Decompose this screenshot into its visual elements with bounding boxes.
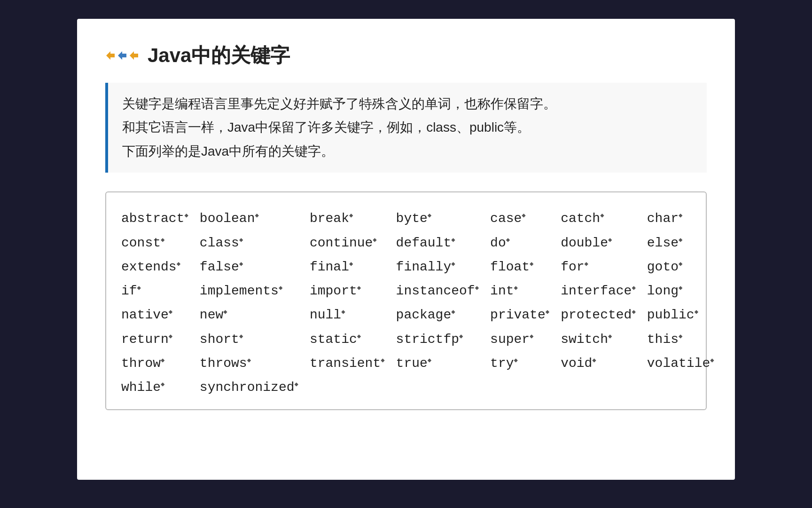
keyword-cell: switch◆ bbox=[555, 327, 641, 351]
keyword-cell bbox=[641, 375, 720, 399]
keyword-dot: ◆ bbox=[679, 212, 682, 219]
keyword-cell: volatile◆ bbox=[641, 351, 720, 375]
keyword-cell: abstract◆ bbox=[116, 206, 194, 230]
keyword-cell: null◆ bbox=[304, 303, 390, 327]
keyword-cell: throws◆ bbox=[194, 351, 304, 375]
keyword-cell: return◆ bbox=[116, 327, 194, 351]
keywords-row: native◆new◆null◆package◆private◆protecte… bbox=[116, 303, 720, 327]
keyword-cell: synchronized◆ bbox=[194, 375, 304, 399]
keyword-dot: ◆ bbox=[679, 333, 682, 340]
keyword-cell: break◆ bbox=[304, 206, 390, 230]
keyword-dot: ◆ bbox=[679, 284, 682, 292]
keyword-dot: ◆ bbox=[255, 212, 258, 219]
keyword-dot: ◆ bbox=[514, 284, 518, 292]
svg-marker-2 bbox=[130, 51, 138, 60]
keyword-cell: else◆ bbox=[641, 231, 720, 255]
keyword-cell: while◆ bbox=[116, 375, 194, 399]
keyword-dot: ◆ bbox=[161, 381, 164, 388]
description-line2: 和其它语言一样，Java中保留了许多关键字，例如，class、public等。 bbox=[122, 116, 693, 139]
arrow1-icon bbox=[105, 50, 116, 61]
keyword-cell: finally◆ bbox=[390, 255, 484, 279]
keyword-cell: throw◆ bbox=[116, 351, 194, 375]
keywords-box: abstract◆boolean◆break◆byte◆case◆catch◆c… bbox=[105, 191, 707, 410]
keyword-dot: ◆ bbox=[279, 284, 282, 292]
arrow2-icon bbox=[117, 50, 127, 61]
keyword-dot: ◆ bbox=[223, 308, 227, 316]
keyword-dot: ◆ bbox=[349, 212, 353, 219]
keyword-cell: if◆ bbox=[116, 279, 194, 303]
keyword-dot: ◆ bbox=[514, 357, 518, 364]
page-title: Java中的关键字 bbox=[148, 42, 290, 69]
keywords-row: if◆implements◆import◆instanceof◆int◆inte… bbox=[116, 279, 720, 303]
keyword-dot: ◆ bbox=[381, 357, 384, 364]
keyword-cell: class◆ bbox=[194, 231, 304, 255]
keyword-dot: ◆ bbox=[695, 308, 698, 316]
keyword-cell: int◆ bbox=[484, 279, 555, 303]
keyword-cell: char◆ bbox=[641, 206, 720, 230]
keyword-cell: final◆ bbox=[304, 255, 390, 279]
keyword-cell: catch◆ bbox=[555, 206, 641, 230]
keyword-cell: native◆ bbox=[116, 303, 194, 327]
keyword-dot: ◆ bbox=[239, 260, 243, 268]
keyword-dot: ◆ bbox=[451, 260, 455, 268]
keyword-dot: ◆ bbox=[357, 333, 361, 340]
description-line1: 关键字是编程语言里事先定义好并赋予了特殊含义的单词，也称作保留字。 bbox=[122, 92, 693, 116]
keyword-dot: ◆ bbox=[592, 357, 596, 364]
keyword-dot: ◆ bbox=[600, 212, 604, 219]
keyword-cell: private◆ bbox=[484, 303, 555, 327]
keyword-cell: true◆ bbox=[390, 351, 484, 375]
title-row: Java中的关键字 bbox=[105, 42, 707, 69]
keyword-dot: ◆ bbox=[459, 333, 463, 340]
keyword-dot: ◆ bbox=[506, 236, 510, 244]
keyword-cell: boolean◆ bbox=[194, 206, 304, 230]
keywords-table: abstract◆boolean◆break◆byte◆case◆catch◆c… bbox=[116, 206, 720, 400]
keyword-dot: ◆ bbox=[608, 333, 612, 340]
keyword-dot: ◆ bbox=[451, 236, 455, 244]
keyword-dot: ◆ bbox=[349, 260, 353, 268]
keyword-cell bbox=[390, 375, 484, 399]
keyword-dot: ◆ bbox=[632, 308, 635, 316]
keyword-dot: ◆ bbox=[530, 333, 533, 340]
keyword-dot: ◆ bbox=[679, 260, 682, 268]
keyword-cell: this◆ bbox=[641, 327, 720, 351]
keyword-dot: ◆ bbox=[373, 236, 376, 244]
keyword-dot: ◆ bbox=[710, 357, 714, 364]
keyword-dot: ◆ bbox=[169, 308, 172, 316]
keyword-cell: new◆ bbox=[194, 303, 304, 327]
keyword-dot: ◆ bbox=[137, 284, 141, 292]
keyword-cell: protected◆ bbox=[555, 303, 641, 327]
keyword-dot: ◆ bbox=[428, 357, 431, 364]
keyword-cell: goto◆ bbox=[641, 255, 720, 279]
keyword-cell: default◆ bbox=[390, 231, 484, 255]
keyword-cell: false◆ bbox=[194, 255, 304, 279]
keyword-cell: extends◆ bbox=[116, 255, 194, 279]
keyword-cell: public◆ bbox=[641, 303, 720, 327]
keyword-cell: float◆ bbox=[484, 255, 555, 279]
svg-marker-0 bbox=[106, 51, 115, 60]
keyword-dot: ◆ bbox=[177, 260, 180, 268]
keyword-cell: byte◆ bbox=[390, 206, 484, 230]
keyword-dot: ◆ bbox=[451, 308, 455, 316]
keyword-cell: case◆ bbox=[484, 206, 555, 230]
keywords-row: while◆synchronized◆ bbox=[116, 375, 720, 399]
keyword-dot: ◆ bbox=[239, 333, 243, 340]
keyword-cell: do◆ bbox=[484, 231, 555, 255]
keyword-cell: const◆ bbox=[116, 231, 194, 255]
keyword-cell: long◆ bbox=[641, 279, 720, 303]
keyword-cell: import◆ bbox=[304, 279, 390, 303]
description-line3: 下面列举的是Java中所有的关键字。 bbox=[122, 140, 693, 163]
keyword-cell bbox=[555, 375, 641, 399]
keyword-cell bbox=[304, 375, 390, 399]
keyword-cell: interface◆ bbox=[555, 279, 641, 303]
keyword-dot: ◆ bbox=[169, 333, 172, 340]
keyword-dot: ◆ bbox=[546, 308, 549, 316]
keyword-dot: ◆ bbox=[239, 236, 243, 244]
keyword-dot: ◆ bbox=[357, 284, 361, 292]
keyword-dot: ◆ bbox=[247, 357, 251, 364]
keyword-dot: ◆ bbox=[585, 260, 588, 268]
keyword-dot: ◆ bbox=[608, 236, 612, 244]
keyword-cell: transient◆ bbox=[304, 351, 390, 375]
keyword-dot: ◆ bbox=[632, 284, 635, 292]
keyword-cell: for◆ bbox=[555, 255, 641, 279]
keyword-dot: ◆ bbox=[184, 212, 188, 219]
